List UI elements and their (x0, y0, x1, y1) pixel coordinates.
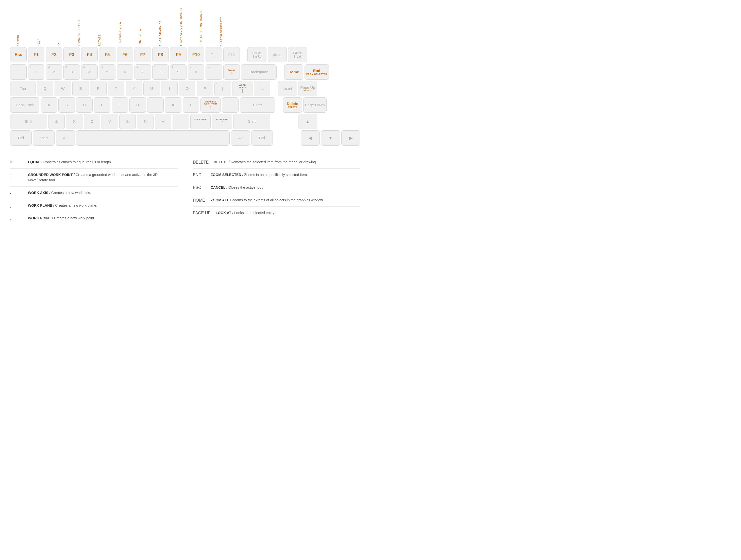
key-arrow-up[interactable]: ▲ (298, 114, 317, 129)
key-pause[interactable]: Pause Break (288, 47, 307, 62)
key-f7[interactable]: F7 (134, 47, 151, 62)
key-arrow-left[interactable]: ◀ (301, 130, 320, 146)
key-ctrl-right[interactable]: Ctrl (251, 130, 273, 146)
key-f10[interactable]: F10 (188, 47, 204, 62)
key-7[interactable]: & 7 (134, 64, 151, 80)
key-v[interactable]: V (102, 114, 118, 129)
key-pagedown[interactable]: Page Down (303, 97, 327, 112)
key-h[interactable]: H (129, 97, 146, 112)
key-arrow-down[interactable]: ▼ (321, 130, 340, 146)
key-backslash[interactable]: | \ (254, 81, 270, 96)
key-enter[interactable]: Enter (240, 97, 275, 112)
key-n[interactable]: N (137, 114, 153, 129)
key-g[interactable]: G (112, 97, 128, 112)
key-o[interactable]: O (179, 81, 195, 96)
key-ctrl-left[interactable]: Ctrl (10, 130, 32, 146)
key-alt-right[interactable]: Alt (231, 130, 250, 146)
key-shift-right[interactable]: Shift (233, 114, 270, 129)
key-f1[interactable]: F1 (28, 47, 45, 62)
key-a[interactable]: A (41, 97, 57, 112)
key-y[interactable]: Y (126, 81, 142, 96)
key-quote[interactable]: " ' (222, 97, 239, 112)
key-z[interactable]: Z (48, 114, 65, 129)
key-rbracket[interactable]: WORKPLANE ] (232, 81, 253, 96)
key-space[interactable] (76, 130, 230, 146)
key-6[interactable]: ^ 6 (117, 64, 133, 80)
key-insert[interactable]: Insert (278, 81, 297, 96)
legend-item-pgup: PAGE UP LOOK AT / Looks at a selected en… (193, 207, 360, 219)
key-delete[interactable]: Delete DELETE (283, 97, 302, 112)
f6-fkey-label: HOME VIEW (139, 28, 142, 47)
key-home[interactable]: Home (284, 64, 303, 80)
key-f11-label: F11 (211, 53, 217, 57)
key-4[interactable]: $ 4 (81, 64, 98, 80)
f3-label-cell: ZOOM SELECTED (71, 20, 87, 47)
key-minus[interactable]: — - (206, 64, 222, 80)
key-slash[interactable]: WORK AXIS / (212, 114, 232, 129)
key-9[interactable]: ( 9 (170, 64, 187, 80)
key-enter-label: Enter (253, 103, 262, 107)
key-m[interactable]: M (155, 114, 171, 129)
key-end[interactable]: End ZOOM SELECTED (305, 64, 329, 80)
key-f6[interactable]: F6 (117, 47, 133, 62)
key-esc[interactable]: Esc (10, 47, 27, 62)
key-f4[interactable]: F4 (81, 47, 98, 62)
key-start[interactable]: Start (33, 130, 55, 146)
key-3-label: 3 (71, 70, 73, 74)
key-1[interactable]: ! 1 (28, 64, 45, 80)
legend-text-equal: EQUAL / Constrains curves to equal radiu… (28, 160, 112, 165)
key-x[interactable]: X (66, 114, 82, 129)
key-f3[interactable]: F3 (63, 47, 80, 62)
key-lbracket[interactable]: { [ (214, 81, 231, 96)
legend-item-esc: ESC CANCEL / Closes the active tool. (193, 181, 360, 194)
key-5[interactable]: % 5 (99, 64, 116, 80)
key-2[interactable]: @ 2 (46, 64, 62, 80)
key-tilde[interactable]: ~ ` (10, 64, 27, 80)
key-esc-label: Esc (14, 53, 22, 57)
key-e[interactable]: E (72, 81, 89, 96)
key-caret-label: ^ (119, 66, 120, 69)
key-arrow-right[interactable]: ▶ (341, 130, 360, 146)
key-f12[interactable]: F12 (223, 47, 240, 62)
key-8[interactable]: * 8 (152, 64, 169, 80)
key-backspace[interactable]: Backspace (241, 64, 277, 80)
key-prtscn[interactable]: PrtScn SysRq (248, 47, 266, 62)
key-t[interactable]: T (108, 81, 124, 96)
key-3[interactable]: # 3 (63, 64, 80, 80)
key-semicolon[interactable]: GROUNDEDWORK POINT ; (200, 97, 221, 112)
key-w[interactable]: W (55, 81, 71, 96)
key-f2[interactable]: F2 (46, 47, 62, 62)
key-q[interactable]: Q (37, 81, 53, 96)
key-alt-left[interactable]: Alt (56, 130, 75, 146)
key-shift-left[interactable]: Shift (10, 114, 47, 129)
key-d[interactable]: D (76, 97, 92, 112)
key-sysrq-label: SysRq (253, 55, 261, 58)
key-scrlk[interactable]: ScrLK (268, 47, 287, 62)
key-j[interactable]: J (147, 97, 164, 112)
key-comma[interactable]: < , (173, 114, 189, 129)
key-capslock[interactable]: Caps Lock (10, 97, 39, 112)
key-b[interactable]: B (119, 114, 136, 129)
key-c[interactable]: C (84, 114, 100, 129)
legend-item-rbracket: ] WORK PLANE / Creates a new work plane. (10, 199, 178, 212)
key-f5[interactable]: F5 (99, 47, 116, 62)
key-f[interactable]: F (94, 97, 111, 112)
key-i[interactable]: I (161, 81, 178, 96)
key-equal[interactable]: EQUAL = (223, 64, 240, 80)
key-f8-label: F8 (158, 53, 163, 57)
key-l[interactable]: L (183, 97, 199, 112)
key-period[interactable]: WORK POINT . (190, 114, 211, 129)
key-u[interactable]: U (143, 81, 160, 96)
key-s[interactable]: S (58, 97, 75, 112)
key-f9[interactable]: F9 (170, 47, 187, 62)
key-p[interactable]: P (197, 81, 213, 96)
legend-key-equal: = (10, 160, 23, 165)
key-r[interactable]: R (90, 81, 107, 96)
f4-label-cell: ROTATE (91, 34, 108, 46)
key-tab[interactable]: Tab (10, 81, 36, 96)
key-f8[interactable]: F8 (152, 47, 169, 62)
key-pageup[interactable]: Page Up LOOK AT (298, 81, 317, 96)
key-k[interactable]: K (165, 97, 182, 112)
key-0[interactable]: ) 0 (188, 64, 204, 80)
key-f11[interactable]: F11 (206, 47, 222, 62)
